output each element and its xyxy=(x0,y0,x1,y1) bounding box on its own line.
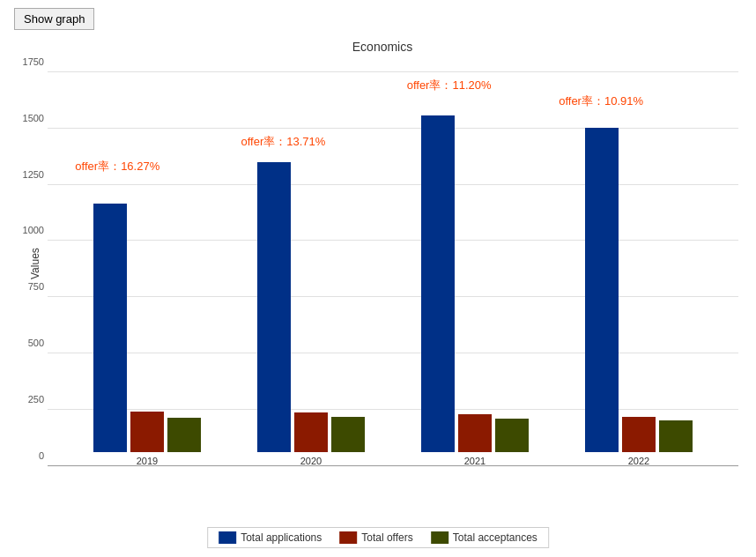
chart-container: Economics Values 02505007501000125015001… xyxy=(26,40,738,486)
offer-rate-label: offer率：10.91% xyxy=(559,93,643,109)
legend-item: Total offers xyxy=(339,531,412,544)
y-tick-label: 750 xyxy=(28,281,44,292)
chart-legend: Total applicationsTotal offersTotal acce… xyxy=(207,527,549,548)
total-applications-bar xyxy=(93,204,127,452)
y-tick-label: 1000 xyxy=(23,225,44,235)
y-tick-label: 250 xyxy=(28,394,44,405)
chart-area: Values 025050075010001250150017502019202… xyxy=(26,61,738,466)
y-tick-label: 1500 xyxy=(23,113,44,123)
y-tick-label: 500 xyxy=(28,338,44,348)
total-acceptances-bar xyxy=(495,419,529,452)
total-acceptances-bar xyxy=(167,418,201,452)
offer-rate-label: offer率：16.27% xyxy=(75,159,159,175)
bars xyxy=(585,128,693,452)
bars xyxy=(93,204,201,452)
year-label: 2022 xyxy=(628,456,649,466)
bar-group: 2021 xyxy=(421,115,529,466)
year-label: 2021 xyxy=(464,456,485,466)
y-tick-label: 1250 xyxy=(23,169,44,180)
bar-group: 2019 xyxy=(93,204,201,466)
show-graph-button[interactable]: Show graph xyxy=(14,8,94,30)
total-applications-bar xyxy=(257,162,291,452)
bars xyxy=(257,162,365,452)
total-offers-bar xyxy=(294,412,328,452)
total-offers-bar xyxy=(622,417,656,452)
total-offers-bar xyxy=(458,414,492,452)
legend-label: Total applications xyxy=(241,531,322,544)
legend-color-swatch xyxy=(431,531,448,544)
offer-rate-label: offer率：13.71% xyxy=(241,134,326,150)
bar-group: 2020 xyxy=(257,162,365,466)
legend-item: Total applications xyxy=(219,531,322,544)
y-tick-label: 1750 xyxy=(23,56,44,67)
year-label: 2019 xyxy=(137,456,158,466)
bars xyxy=(421,115,529,452)
legend-color-swatch xyxy=(339,531,357,544)
legend-color-swatch xyxy=(219,531,236,544)
total-applications-bar xyxy=(585,128,619,452)
total-acceptances-bar xyxy=(331,417,365,452)
total-applications-bar xyxy=(421,115,455,452)
bar-group: 2022 xyxy=(585,128,693,466)
chart-title: Economics xyxy=(26,40,738,54)
total-acceptances-bar xyxy=(659,420,693,453)
legend-label: Total offers xyxy=(361,531,412,544)
legend-label: Total acceptances xyxy=(453,531,537,544)
offer-rate-label: offer率：11.20% xyxy=(407,78,492,93)
bars-wrapper: 2019202020212022 xyxy=(48,61,738,466)
chart-inner: 0250500750100012501500175020192020202120… xyxy=(48,61,738,466)
year-label: 2020 xyxy=(300,456,322,466)
legend-item: Total acceptances xyxy=(431,531,537,544)
total-offers-bar xyxy=(130,412,164,452)
y-tick-label: 0 xyxy=(39,450,44,461)
